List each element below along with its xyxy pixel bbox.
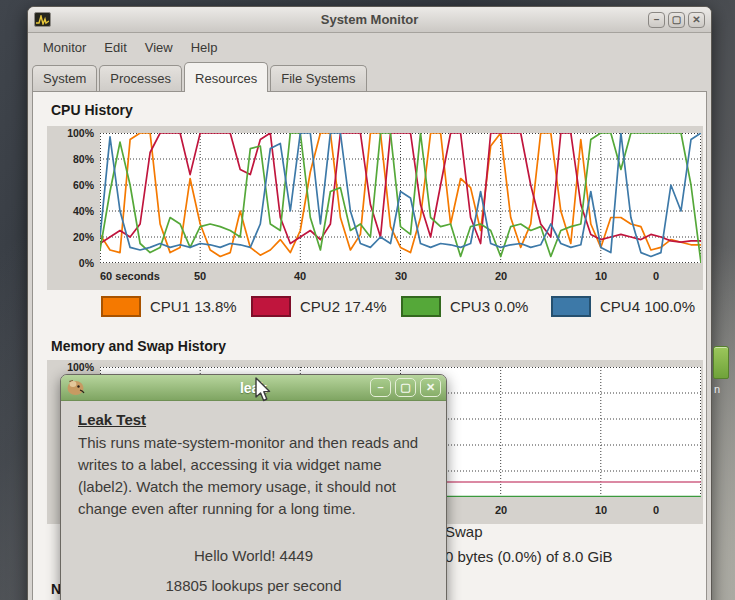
tab-file-systems[interactable]: File Systems bbox=[270, 65, 366, 91]
cpu-history-header: CPU History bbox=[51, 102, 133, 118]
cpu-history-chart: 100% 80% 60% 40% 20% 0% 60 seconds 50 40… bbox=[47, 126, 703, 290]
cpu-xtick: 40 bbox=[255, 270, 345, 282]
hello-world-counter: Hello World! 4449 bbox=[78, 547, 429, 564]
tab-system[interactable]: System bbox=[32, 65, 97, 91]
mem-xtick: 20 bbox=[456, 504, 546, 516]
cpu4-color-swatch[interactable] bbox=[551, 296, 591, 317]
swap-legend-value: 0 bytes (0.0%) of 8.0 GiB bbox=[445, 549, 613, 564]
cpu1-legend-item: CPU1 13.8% bbox=[101, 296, 251, 317]
menu-help[interactable]: Help bbox=[182, 36, 227, 59]
leak-description: This runs mate-system-monitor and then r… bbox=[78, 432, 429, 520]
leak-minimize-button[interactable]: – bbox=[370, 378, 391, 397]
cpu-ytick: 80% bbox=[47, 153, 94, 165]
cpu2-color-swatch[interactable] bbox=[251, 296, 291, 317]
leak-dialog-body: Leak Test This runs mate-system-monitor … bbox=[61, 401, 446, 600]
cpu-xtick: 30 bbox=[356, 270, 446, 282]
cpu3-color-swatch[interactable] bbox=[401, 296, 441, 317]
minimize-button[interactable]: – bbox=[648, 12, 665, 28]
background-window-fragment bbox=[713, 346, 729, 379]
cpu-xtick: 20 bbox=[456, 270, 546, 282]
tab-resources[interactable]: Resources bbox=[184, 62, 268, 92]
cpu-ytick: 0% bbox=[47, 257, 94, 269]
cpu1-legend-label: CPU1 13.8% bbox=[150, 298, 237, 315]
cpu-xtick: 0 bbox=[611, 270, 701, 282]
menu-monitor[interactable]: Monitor bbox=[34, 36, 95, 59]
tab-strip: System Processes Resources File Systems bbox=[28, 61, 711, 91]
cpu-ytick: 20% bbox=[47, 231, 94, 243]
mouse-cursor-icon bbox=[251, 376, 273, 408]
cpu-ytick: 60% bbox=[47, 179, 94, 191]
background-fragment-text: n bbox=[714, 383, 720, 395]
maximize-button[interactable]: ▢ bbox=[668, 12, 685, 28]
cpu-plot-area bbox=[100, 133, 701, 263]
lookups-per-second: 18805 lookups per second bbox=[78, 577, 429, 594]
menubar: Monitor Edit View Help bbox=[28, 33, 711, 61]
cpu-legend: CPU1 13.8% CPU2 17.4% CPU3 0.0% CPU4 100… bbox=[101, 296, 701, 317]
cpu3-legend-item: CPU3 0.0% bbox=[401, 296, 551, 317]
cpu2-legend-label: CPU2 17.4% bbox=[300, 298, 387, 315]
leak-window-controls: – ▢ ✕ bbox=[370, 378, 441, 397]
leak-test-heading: Leak Test bbox=[78, 411, 429, 428]
mem-ytick: 100% bbox=[47, 361, 94, 373]
cpu-lines bbox=[100, 133, 701, 263]
mem-xtick: 0 bbox=[611, 504, 701, 516]
window-controls: – ▢ ✕ bbox=[648, 12, 705, 28]
cpu4-legend-item: CPU4 100.0% bbox=[551, 296, 701, 317]
close-button[interactable]: ✕ bbox=[688, 12, 705, 28]
menu-edit[interactable]: Edit bbox=[95, 36, 135, 59]
titlebar[interactable]: System Monitor – ▢ ✕ bbox=[28, 7, 711, 33]
cpu1-color-swatch[interactable] bbox=[101, 296, 141, 317]
swap-legend-label: Swap bbox=[445, 524, 613, 539]
cpu2-legend-item: CPU2 17.4% bbox=[251, 296, 401, 317]
leak-maximize-button[interactable]: ▢ bbox=[395, 378, 416, 397]
cpu-ytick: 100% bbox=[47, 127, 94, 139]
cpu-xtick: 50 bbox=[155, 270, 245, 282]
menu-view[interactable]: View bbox=[136, 36, 182, 59]
swap-legend: Swap 0 bytes (0.0%) of 8.0 GiB bbox=[445, 524, 613, 574]
window-title: System Monitor bbox=[28, 12, 711, 27]
cpu4-legend-label: CPU4 100.0% bbox=[600, 298, 695, 315]
tab-processes[interactable]: Processes bbox=[99, 65, 182, 91]
leak-close-button[interactable]: ✕ bbox=[420, 378, 441, 397]
memory-swap-header: Memory and Swap History bbox=[51, 338, 226, 354]
cpu-ytick: 40% bbox=[47, 205, 94, 217]
cpu3-legend-label: CPU3 0.0% bbox=[450, 298, 528, 315]
